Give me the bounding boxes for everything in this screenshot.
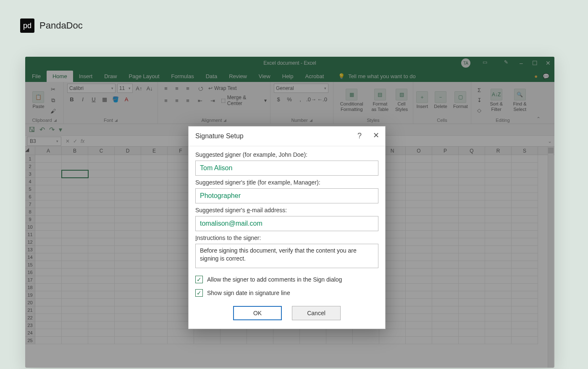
allow-comments-checkbox[interactable]: ✓ Allow the signer to add comments in th… bbox=[195, 276, 378, 283]
checkmark-icon: ✓ bbox=[195, 289, 203, 297]
pandadoc-name: PandaDoc bbox=[39, 20, 83, 31]
cancel-button[interactable]: Cancel bbox=[292, 306, 341, 320]
signer-title-input[interactable] bbox=[195, 188, 378, 203]
signer-label: Suggested signer (for example, John Doe)… bbox=[195, 151, 378, 158]
signature-setup-dialog: Signature Setup ? ✕ Suggested signer (fo… bbox=[188, 126, 386, 329]
signer-title-label: Suggested signer's title (for example, M… bbox=[195, 179, 378, 186]
dialog-help-button[interactable]: ? bbox=[357, 132, 362, 140]
ok-button[interactable]: OK bbox=[233, 306, 282, 320]
dialog-title: Signature Setup bbox=[195, 132, 244, 140]
signer-email-input[interactable] bbox=[195, 216, 378, 231]
pandadoc-logo: pd PandaDoc bbox=[20, 18, 83, 33]
dialog-close-button[interactable]: ✕ bbox=[373, 131, 379, 140]
allow-comments-label: Allow the signer to add comments in the … bbox=[207, 276, 342, 283]
dialog-titlebar: Signature Setup ? ✕ bbox=[189, 127, 385, 146]
instructions-label: Instructions to the signer: bbox=[195, 235, 378, 241]
pandadoc-badge: pd bbox=[20, 18, 34, 33]
signer-email-label: Suggested signer's e-mail address: bbox=[195, 207, 378, 213]
show-date-label: Show sign date in signature line bbox=[207, 290, 290, 296]
checkmark-icon: ✓ bbox=[195, 276, 203, 283]
signer-input[interactable] bbox=[195, 161, 378, 176]
show-date-checkbox[interactable]: ✓ Show sign date in signature line bbox=[195, 289, 378, 297]
instructions-textarea[interactable] bbox=[195, 244, 378, 268]
